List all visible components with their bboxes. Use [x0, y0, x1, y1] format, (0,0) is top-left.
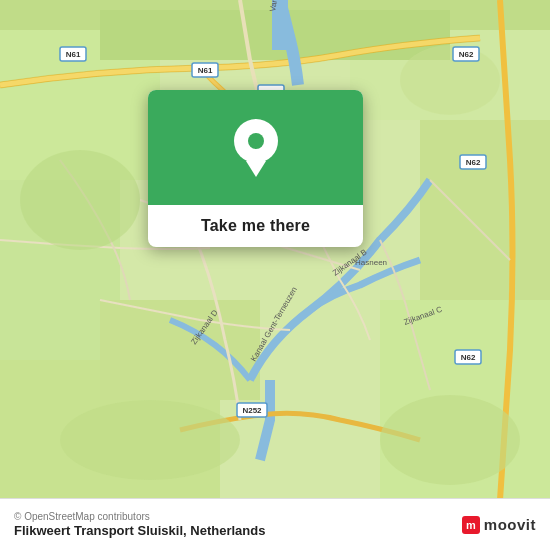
- take-me-there-button[interactable]: Take me there: [201, 217, 310, 235]
- moovit-text: moovit: [484, 516, 536, 533]
- copyright-text: © OpenStreetMap contributors: [14, 511, 265, 522]
- map-container: N61 N61 N61 N62 N62 N62 N252 Zijkanaal B…: [0, 0, 550, 550]
- svg-text:N62: N62: [466, 158, 481, 167]
- svg-point-13: [380, 395, 520, 485]
- moovit-logo: m moovit: [462, 516, 536, 534]
- svg-text:N252: N252: [242, 406, 262, 415]
- moovit-m-icon: m: [462, 516, 480, 534]
- location-pin: [234, 119, 278, 177]
- popup-card: Take me there: [148, 90, 363, 247]
- svg-text:N61: N61: [66, 50, 81, 59]
- svg-text:N61: N61: [198, 66, 213, 75]
- svg-text:N62: N62: [461, 353, 476, 362]
- location-title: Flikweert Transport Sluiskil, Netherland…: [14, 523, 265, 538]
- svg-text:N62: N62: [459, 50, 474, 59]
- bottom-bar: © OpenStreetMap contributors Flikweert T…: [0, 498, 550, 550]
- svg-point-14: [20, 150, 140, 250]
- svg-point-12: [60, 400, 240, 480]
- map-svg: N61 N61 N61 N62 N62 N62 N252 Zijkanaal B…: [0, 0, 550, 500]
- svg-text:Hasneen: Hasneen: [355, 258, 387, 267]
- bottom-left-info: © OpenStreetMap contributors Flikweert T…: [14, 511, 265, 538]
- popup-map-section: [148, 90, 363, 205]
- svg-rect-4: [420, 120, 550, 300]
- svg-point-15: [400, 45, 500, 115]
- popup-button-section: Take me there: [148, 205, 363, 247]
